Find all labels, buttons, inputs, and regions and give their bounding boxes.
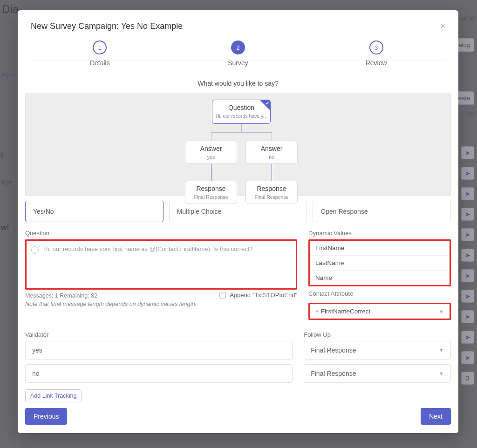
check-icon: ✔	[266, 101, 269, 106]
chevron-down-icon: ▼	[439, 371, 444, 376]
modal-title: New Survey Campaign: Yes No Example	[31, 21, 440, 31]
close-icon[interactable]: ×	[440, 21, 445, 31]
contact-attribute-select[interactable]: × FirstNameCorrect ▼	[310, 304, 450, 319]
dynamic-values-list: FirstName LastName Name	[308, 239, 451, 286]
step-survey[interactable]: 2 Survey	[169, 41, 307, 67]
node-subtitle: Final Response	[249, 194, 294, 200]
node-response-1[interactable]: Response Final Response	[185, 181, 237, 204]
node-title: Answer	[246, 145, 297, 152]
dynamic-values-label: Dynamic Values	[308, 230, 451, 237]
type-yes-no[interactable]: Yes/No	[25, 201, 164, 222]
node-answer-yes[interactable]: Answer yes	[185, 141, 237, 164]
emoji-icon[interactable]	[31, 246, 39, 254]
validator-input-no[interactable]: no	[25, 364, 293, 383]
step-label: Review	[366, 59, 387, 67]
step-label: Survey	[228, 59, 248, 67]
next-button[interactable]: Next	[421, 408, 451, 425]
prompt-text: What would you like to say?	[18, 80, 458, 87]
question-text: Hi, our records have your first name as …	[43, 245, 290, 252]
followup-select-1[interactable]: Final Response ▼	[304, 341, 451, 360]
add-link-tracking-button[interactable]: Add Link Tracking	[25, 389, 82, 402]
append-stop-checkbox[interactable]	[219, 292, 226, 299]
node-title: Response	[246, 185, 297, 192]
node-subtitle: Hi, our records have y...	[215, 113, 267, 119]
append-stop-row[interactable]: Append "TxtSTOPtoEnd"	[25, 292, 297, 299]
contact-attribute-box: × FirstNameCorrect ▼	[308, 303, 451, 320]
chevron-down-icon: ▼	[439, 309, 444, 314]
contact-attribute-label: Contact Attribute	[308, 290, 451, 297]
question-type-row: Yes/No Multiple Choice Open Response	[18, 196, 458, 222]
step-number: 2	[231, 41, 245, 54]
node-response-2[interactable]: Response Final Response	[245, 181, 298, 204]
node-answer-no[interactable]: Answer no	[245, 141, 298, 164]
step-details[interactable]: 1 Details	[31, 41, 169, 67]
validator-label: Validator	[25, 331, 293, 338]
previous-button[interactable]: Previous	[25, 408, 67, 425]
followup-value: Final Response	[311, 370, 356, 377]
node-subtitle: yes	[188, 154, 234, 160]
modal-header: New Survey Campaign: Yes No Example ×	[18, 10, 458, 41]
modal-footer: Previous Next	[18, 402, 458, 433]
followup-select-2[interactable]: Final Response ▼	[304, 364, 451, 383]
validator-input-yes[interactable]: yes	[25, 341, 293, 360]
dynamic-value-item[interactable]: LastName	[310, 256, 450, 271]
message-note: Note that final message length depends o…	[25, 301, 297, 307]
contact-attribute-value: FirstNameCorrect	[321, 308, 371, 315]
followup-value: Final Response	[311, 346, 356, 354]
question-textarea[interactable]: Hi, our records have your first name as …	[25, 239, 297, 290]
append-stop-label: Append "TxtSTOPtoEnd"	[230, 292, 297, 299]
dynamic-value-item[interactable]: Name	[310, 271, 450, 285]
step-review[interactable]: 3 Review	[307, 41, 445, 67]
step-number: 1	[93, 41, 107, 54]
node-subtitle: Final Response	[188, 194, 234, 200]
stepper: 1 Details 2 Survey 3 Review	[18, 41, 458, 69]
clear-icon[interactable]: ×	[315, 308, 319, 315]
step-number: 3	[369, 41, 383, 54]
node-subtitle: no	[249, 154, 294, 160]
followup-label: Follow Up	[304, 331, 451, 338]
node-question[interactable]: ✔ Question Hi, our records have y...	[212, 100, 271, 124]
dynamic-value-item[interactable]: FirstName	[310, 241, 450, 256]
step-label: Details	[90, 59, 110, 67]
node-title: Answer	[185, 145, 237, 152]
chevron-down-icon: ▼	[439, 347, 444, 353]
survey-campaign-modal: New Survey Campaign: Yes No Example × 1 …	[18, 10, 458, 433]
type-open-response[interactable]: Open Response	[313, 201, 451, 222]
question-label: Question	[25, 230, 297, 237]
flow-canvas[interactable]: ✔ Question Hi, our records have y... Ans…	[25, 93, 451, 196]
node-title: Response	[185, 185, 237, 192]
